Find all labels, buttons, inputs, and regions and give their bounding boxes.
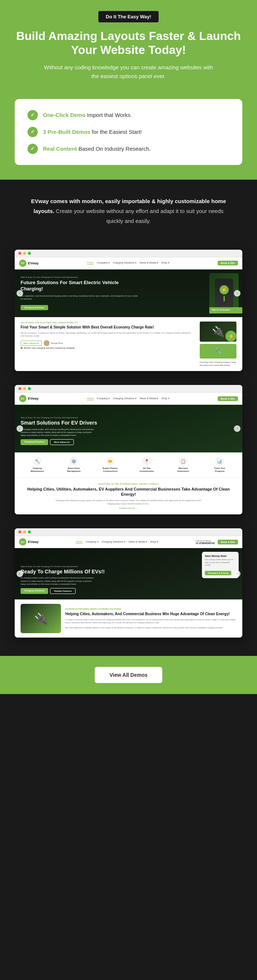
demo2-next-arrow[interactable]: › [234, 425, 241, 432]
demo2-feat-label-5: WarrantyExtensions [166, 467, 200, 473]
features-section: ✓ One-Click Demo Import that Works. ✓ 3 … [0, 95, 257, 180]
demo3-bottom-content: Leaders In Providing Smart Charging Solu… [65, 608, 236, 629]
browser-dot-red [18, 252, 21, 255]
feature-item-2: ✓ 3 Pre-Built Demos for the Easiest Star… [27, 127, 230, 137]
demo2-logo: EV EVway [19, 395, 38, 402]
demo2-btn-1[interactable]: Charging Solutions [21, 439, 48, 445]
demo2-hero: ‹ Safe & Easy To Use Charging For Homes … [15, 405, 242, 452]
demo-separator-1 [15, 382, 242, 385]
feature-item-1: ✓ One-Click Demo Import that Works. [27, 110, 230, 120]
browser-bar-1 [15, 250, 242, 258]
browser-dot-green [28, 252, 31, 255]
demo1-hero-btn[interactable]: Charging Solutions [21, 305, 48, 310]
ev-logo-icon: EV [19, 259, 26, 267]
demo3-section-label: Leaders In Providing Smart Charging Solu… [65, 608, 236, 610]
demo-separator-2 [15, 525, 242, 528]
view-all-demos-button[interactable]: View All Demos [95, 667, 162, 683]
cta-section: View All Demos [0, 656, 257, 694]
demo3-btn-1[interactable]: Charging Solutions [21, 588, 48, 594]
demo2-prev-arrow[interactable]: ‹ [16, 425, 23, 432]
hero-section: Do It The Easy Way! Build Amazing Layout… [0, 0, 257, 95]
browser-dot-yellow-2 [23, 387, 26, 390]
demo1-green-badge: ⚡ [225, 331, 236, 342]
demo-card-1: EV EVway Home Company ▾ Charging Solutio… [15, 250, 242, 371]
demo3-float-panel: Save Money Now! Our pricing model allows… [202, 552, 239, 578]
demo2-content: Safe & Easy To Use Charging For Homes An… [21, 417, 97, 445]
demo2-feat-5: 📋 WarrantyExtensions [166, 457, 200, 473]
demo2-feat-label-2: Spare PartsManagement [57, 467, 90, 473]
demo3-nav: EV EVway Home Company ▾ Charging Solutio… [15, 536, 242, 548]
demo3-nav-links: Home Company ▾ Charging Solutions ▾ News… [76, 541, 158, 544]
demo2-bottom-title: Helping Cities, Utilities, Automakers, E… [21, 487, 236, 497]
demo2-feat-2: ⚙️ Spare PartsManagement [57, 457, 90, 473]
demo-card-3: EV EVway Home Company ▾ Charging Solutio… [15, 528, 242, 638]
demo3-nav-cta[interactable]: Book A Site [218, 540, 238, 544]
demo2-feat-4: 📍 On SiteCommissions [130, 457, 163, 473]
feature-highlight-1: One-Click Demo [43, 112, 86, 118]
demo2-feat-label-4: On SiteCommissions [130, 467, 163, 473]
demo2-hero-desc: As charging needs evolve, we'll continue… [21, 428, 94, 437]
demo1-section-label: Solutions For Electrifying Urban Mobilit… [21, 321, 195, 324]
check-icon-1: ✓ [27, 110, 38, 120]
feature-text-1: One-Click Demo Import that Works. [43, 111, 132, 119]
demo1-prev-arrow[interactable]: ‹ [16, 290, 23, 297]
demo2-contact-link[interactable]: Contact Us For → [21, 507, 236, 509]
demo1-logo: EV EVway [19, 259, 38, 267]
demo2-nav-cta[interactable]: Book A Site [218, 396, 238, 401]
demo1-avatar: Michael Brian [44, 340, 63, 346]
demo1-nav-cta[interactable]: Book A Site [218, 261, 238, 266]
hero-title: Build Amazing Layouts Faster & Launch Yo… [15, 29, 242, 57]
demo1-btns: More About Us Michael Brian [21, 340, 195, 346]
demo3-hero-title: Ready To Charge Millions Of EVs!! [21, 569, 105, 575]
demo1-content-title: Find Your Smart & Simple Solution With B… [21, 325, 195, 329]
demo1-float-panel: Talk To An Expert [209, 307, 242, 313]
demo1-hero-desc: Our residential, commercial and fast cha… [21, 294, 139, 301]
browser-bar-3 [15, 528, 242, 536]
demo1-content-desc: We are innovators. It solves our clients… [21, 331, 195, 338]
demo1-float-title: Talk To An Expert [211, 309, 240, 311]
demo1-img-box-2: 🔧 [200, 344, 236, 359]
demo3-hero-content: Safe & Easy To Use Charging For Homes An… [21, 565, 105, 594]
check-icon-2: ✓ [27, 127, 38, 137]
demo3-prev-arrow[interactable]: ‹ [16, 571, 23, 577]
demo2-bottom: Investing In The International Energy Ag… [15, 478, 242, 514]
demo2-btn-2[interactable]: More About Us [50, 439, 73, 445]
demo3-btn-2[interactable]: Display Features [50, 588, 76, 594]
demo2-feat-icon-1: 🔧 [33, 457, 42, 466]
demo3-hero-desc: As charging needs evolve, we'll continue… [21, 576, 94, 585]
demo2-feat-label-6: Track YourProgress [203, 467, 236, 473]
demo2-bottom-desc: Investing in the cleantech energy space,… [55, 499, 202, 506]
demo3-next-arrow[interactable]: › [234, 571, 241, 577]
demo2-feat-icon-6: 📊 [215, 457, 224, 466]
demo3-hero-small: Safe & Easy To Use Charging For Homes An… [21, 565, 105, 568]
features-card: ✓ One-Click Demo Import that Works. ✓ 3 … [15, 99, 242, 165]
demo3-float-btn[interactable]: Packages & Pricing [205, 571, 231, 575]
browser-dot-red-3 [18, 530, 21, 533]
demo1-green-bar: Monitor your charging and earn rewards b… [21, 347, 195, 349]
demo2-nav-links: Home Company ▾ Charging Solutions ▾ News… [87, 397, 170, 400]
feature-item-3: ✓ Real Content Based On Industry Researc… [27, 144, 230, 154]
demo3-float-title: Save Money Now! [205, 555, 236, 557]
demo3-img: 🔌 [21, 604, 61, 633]
demo1-img-caption: Providing smart charging solutions using… [200, 361, 236, 367]
demo1-green-dot [21, 347, 23, 349]
demo3-float-desc: Our pricing model allows you to stay or … [205, 558, 236, 567]
demo3-logo: EV EVway [19, 538, 38, 546]
demo3-hero-btns: Charging Solutions Display Features [21, 588, 105, 594]
demo1-content: Solutions For Electrifying Urban Mobilit… [15, 317, 242, 371]
demo1-content-right: 🔌 ⚡ 🔧 Providing smart charging solutions… [200, 321, 236, 367]
demo1-nav-links: Home Company ▾ Charging Solutions ▾ News… [87, 261, 170, 265]
demo2-hero-small: Safe & Easy To Use Charging For Homes An… [21, 417, 97, 419]
demo3-bottom: 🔌 Leaders In Providing Smart Charging So… [15, 600, 242, 638]
demo1-btn-more[interactable]: More About Us [21, 340, 42, 346]
demo3-bottom-desc2: We have deployed a scalable solution to … [65, 626, 236, 629]
demo3-hero: ‹ Safe & Easy To Use Charging For Homes … [15, 548, 242, 600]
ev-logo-icon-3: EV [19, 538, 26, 546]
demo2-feat-icon-5: 📋 [179, 457, 188, 466]
demo1-next-arrow[interactable]: › [234, 290, 241, 297]
demo2-features: 🔧 OngoingMaintenance ⚙️ Spare PartsManag… [15, 452, 242, 478]
browser-dot-yellow [23, 252, 26, 255]
demos-section: EV EVway Home Company ▾ Charging Solutio… [0, 242, 257, 656]
ev-logo-icon-2: EV [19, 395, 26, 402]
demo2-feat-6: 📊 Track YourProgress [203, 457, 236, 473]
